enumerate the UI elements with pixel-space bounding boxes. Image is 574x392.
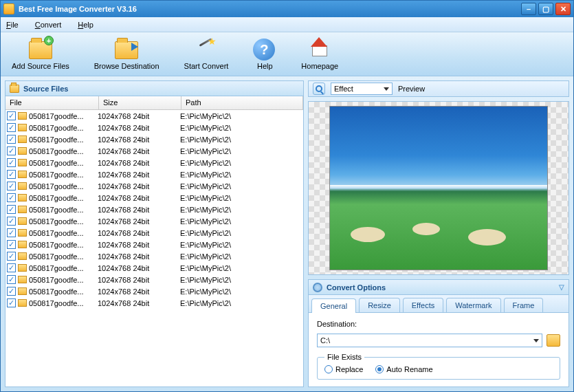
row-checkbox[interactable]: ✓ <box>7 111 16 120</box>
table-row[interactable]: ✓050817goodfe...1024x768 24bitE:\Pic\MyP… <box>5 110 303 122</box>
table-row[interactable]: ✓050817goodfe...1024x768 24bitE:\Pic\MyP… <box>5 145 303 157</box>
row-checkbox[interactable]: ✓ <box>7 182 16 190</box>
cell-size: 1024x768 24bit <box>98 276 180 284</box>
arrow-right-icon <box>131 43 138 51</box>
table-row[interactable]: ✓050817goodfe...1024x768 24bitE:\Pic\MyP… <box>5 204 303 215</box>
menu-file[interactable]: File <box>6 21 19 29</box>
table-row[interactable]: ✓050817goodfe...1024x768 24bitE:\Pic\MyP… <box>5 133 303 145</box>
col-size[interactable]: Size <box>99 96 181 109</box>
table-row[interactable]: ✓050817goodfe...1024x768 24bitE:\Pic\MyP… <box>5 297 303 309</box>
gear-icon <box>313 283 322 292</box>
cell-file: 050817goodfe... <box>29 252 98 261</box>
app-icon <box>3 3 14 14</box>
magnifier-icon <box>316 85 322 92</box>
row-checkbox[interactable]: ✓ <box>7 170 16 179</box>
table-row[interactable]: ✓050817goodfe...1024x768 24bitE:\Pic\MyP… <box>5 215 303 227</box>
radio-replace[interactable]: Replace <box>324 365 363 373</box>
app-window: Best Free Image Converter V3.16 – ▢ ✕ Fi… <box>0 0 574 392</box>
row-checkbox[interactable]: ✓ <box>7 205 16 214</box>
wand-icon <box>195 39 215 59</box>
row-checkbox[interactable]: ✓ <box>7 158 16 167</box>
homepage-button[interactable]: Homepage <box>297 37 342 72</box>
row-checkbox[interactable]: ✓ <box>7 298 16 307</box>
cell-size: 1024x768 24bit <box>98 159 180 167</box>
table-row[interactable]: ✓050817goodfe...1024x768 24bitE:\Pic\MyP… <box>5 262 303 274</box>
row-checkbox[interactable]: ✓ <box>7 275 16 284</box>
table-row[interactable]: ✓050817goodfe...1024x768 24bitE:\Pic\MyP… <box>5 157 303 168</box>
cell-size: 1024x768 24bit <box>98 182 180 190</box>
start-convert-button[interactable]: Start Convert <box>180 37 233 72</box>
row-checkbox[interactable]: ✓ <box>7 263 16 272</box>
table-row[interactable]: ✓050817goodfe...1024x768 24bitE:\Pic\MyP… <box>5 285 303 297</box>
file-icon <box>18 182 27 190</box>
row-checkbox[interactable]: ✓ <box>7 146 16 155</box>
cell-file: 050817goodfe... <box>29 217 98 226</box>
browse-destination-button[interactable]: Browse Destination <box>90 37 164 72</box>
row-checkbox[interactable]: ✓ <box>7 287 16 296</box>
cell-size: 1024x768 24bit <box>98 287 180 296</box>
table-row[interactable]: ✓050817goodfe...1024x768 24bitE:\Pic\MyP… <box>5 122 303 133</box>
file-list[interactable]: ✓050817goodfe...1024x768 24bitE:\Pic\MyP… <box>5 110 303 386</box>
table-row[interactable]: ✓050817goodfe...1024x768 24bitE:\Pic\MyP… <box>5 192 303 204</box>
cell-size: 1024x768 24bit <box>98 217 180 226</box>
tab-watermark[interactable]: Watermark <box>446 298 500 312</box>
add-source-files-button[interactable]: + Add Source Files <box>8 37 74 72</box>
help-button[interactable]: ? Help <box>249 37 280 72</box>
cell-size: 1024x768 24bit <box>98 206 180 214</box>
file-icon <box>18 206 27 213</box>
tab-resize[interactable]: Resize <box>359 298 400 312</box>
row-checkbox[interactable]: ✓ <box>7 123 16 132</box>
cell-file: 050817goodfe... <box>29 182 98 190</box>
tab-frame[interactable]: Frame <box>504 298 544 312</box>
menu-help[interactable]: Help <box>78 21 93 29</box>
browse-folder-button[interactable] <box>547 334 560 347</box>
table-row[interactable]: ✓050817goodfe...1024x768 24bitE:\Pic\MyP… <box>5 227 303 239</box>
zoom-button[interactable] <box>313 83 325 95</box>
col-path[interactable]: Path <box>181 96 303 109</box>
preview-panel <box>308 101 569 275</box>
cell-size: 1024x768 24bit <box>98 299 180 307</box>
file-icon <box>18 159 27 166</box>
collapse-icon[interactable]: ▽ <box>559 283 564 291</box>
cell-size: 1024x768 24bit <box>98 147 180 155</box>
cell-path: E:\Pic\MyPic\2\ <box>180 241 302 249</box>
cell-path: E:\Pic\MyPic\2\ <box>180 147 302 155</box>
menu-bar: File Convert Help <box>1 17 573 32</box>
maximize-button[interactable]: ▢ <box>538 3 553 15</box>
folder-icon <box>10 85 19 93</box>
close-button[interactable]: ✕ <box>555 3 571 15</box>
tab-effects[interactable]: Effects <box>403 298 443 312</box>
file-icon <box>18 264 27 272</box>
cell-path: E:\Pic\MyPic\2\ <box>180 194 302 202</box>
tab-general[interactable]: General <box>311 298 356 313</box>
cell-file: 050817goodfe... <box>29 299 98 307</box>
file-icon <box>18 135 27 143</box>
file-icon <box>18 276 27 283</box>
table-row[interactable]: ✓050817goodfe...1024x768 24bitE:\Pic\MyP… <box>5 274 303 285</box>
table-row[interactable]: ✓050817goodfe...1024x768 24bitE:\Pic\MyP… <box>5 180 303 192</box>
effect-combo[interactable]: Effect <box>331 83 393 95</box>
row-checkbox[interactable]: ✓ <box>7 240 16 249</box>
row-checkbox[interactable]: ✓ <box>7 252 16 261</box>
cell-path: E:\Pic\MyPic\2\ <box>180 171 302 179</box>
row-checkbox[interactable]: ✓ <box>7 135 16 144</box>
cell-file: 050817goodfe... <box>29 264 98 272</box>
col-file[interactable]: File <box>5 96 99 109</box>
row-checkbox[interactable]: ✓ <box>7 193 16 202</box>
table-row[interactable]: ✓050817goodfe...1024x768 24bitE:\Pic\MyP… <box>5 168 303 180</box>
cell-path: E:\Pic\MyPic\2\ <box>180 252 302 261</box>
cell-path: E:\Pic\MyPic\2\ <box>180 159 302 167</box>
radio-auto-rename[interactable]: Auto Rename <box>375 365 432 373</box>
cell-path: E:\Pic\MyPic\2\ <box>180 182 302 190</box>
cell-file: 050817goodfe... <box>29 171 98 179</box>
cell-file: 050817goodfe... <box>29 135 98 144</box>
file-icon <box>18 171 27 178</box>
minimize-button[interactable]: – <box>521 3 536 15</box>
row-checkbox[interactable]: ✓ <box>7 217 16 226</box>
source-files-header: Source Files <box>5 81 303 96</box>
table-row[interactable]: ✓050817goodfe...1024x768 24bitE:\Pic\MyP… <box>5 250 303 262</box>
table-row[interactable]: ✓050817goodfe...1024x768 24bitE:\Pic\MyP… <box>5 239 303 250</box>
destination-combo[interactable]: C:\ <box>317 334 542 347</box>
menu-convert[interactable]: Convert <box>35 21 62 29</box>
row-checkbox[interactable]: ✓ <box>7 228 16 237</box>
